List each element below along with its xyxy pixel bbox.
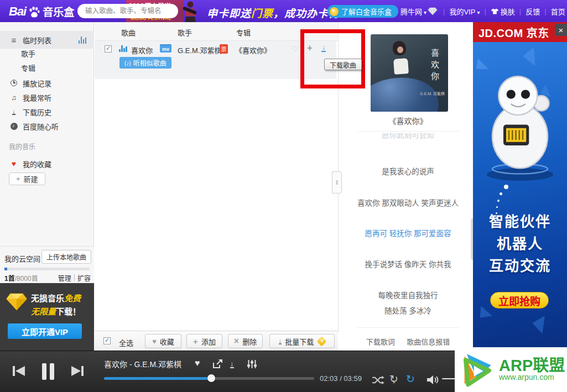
song-album[interactable]: 《喜欢你》 (235, 45, 271, 55)
sidebar-item-baidu-radio[interactable]: 百度随心听 (0, 118, 94, 134)
vip-diamond-icon[interactable] (428, 7, 438, 15)
lyrics-divider (357, 327, 459, 328)
song-row[interactable]: 喜欢你 mv G.E.M.邓紫棋 票 《喜欢你》 听相似歌曲 (95, 41, 336, 79)
now-playing-title[interactable]: 喜欢你 - G.E.M.邓紫棋 (104, 358, 181, 369)
add-button[interactable]: 添加 (186, 334, 222, 348)
lyric-line: 随处荡 多冰冷 (343, 305, 473, 316)
plus-icon (16, 175, 20, 183)
arp-watermark: ARP联盟 www.arpun.com (455, 347, 567, 392)
song-title[interactable]: 喜欢你 (131, 45, 153, 55)
column-header-album[interactable]: 专辑 (236, 27, 251, 38)
column-header-song[interactable]: 歌曲 (121, 27, 136, 38)
sidebar-item-favorites[interactable]: 我的收藏 (0, 156, 94, 171)
song-artist[interactable]: G.E.M.邓紫棋 (178, 45, 221, 55)
mv-badge[interactable]: mv (160, 44, 171, 53)
lyrics-footer: 下载歌词 歌曲信息报错 (343, 336, 473, 347)
player-download-icon[interactable] (230, 359, 234, 368)
download-icon (279, 338, 282, 344)
column-header-artist[interactable]: 歌手 (178, 27, 192, 38)
search-box[interactable] (77, 4, 178, 18)
progress-bar[interactable] (104, 377, 314, 380)
ad-close-button[interactable]: × (555, 24, 567, 36)
batch-download-button[interactable]: 批量下载 (269, 334, 335, 348)
upload-local-songs-button[interactable]: 上传本地歌曲 (41, 250, 91, 264)
heart-icon (152, 337, 157, 346)
cloud-expand-link[interactable]: 扩容 (77, 273, 91, 283)
arp-play-logo-icon (459, 352, 495, 388)
ad-slogan-line3: 互动交流 (473, 254, 567, 275)
vip-text-line1: 无损音乐免费 (31, 292, 81, 304)
platinum-musicbox-button[interactable]: 了解白金音乐盒 (327, 5, 398, 18)
lyric-line: 挽手说梦话 像昨天 你共我 (343, 258, 473, 269)
search-input[interactable] (84, 7, 175, 15)
panel-collapse-handle[interactable]: ‖ (332, 171, 342, 194)
song-row-checkbox[interactable] (105, 45, 112, 53)
card-promo-banner[interactable]: 申卡即送门票，成功办卡再 (207, 5, 340, 20)
nav-feedback[interactable]: 反馈 (526, 6, 540, 17)
platinum-heart-icon (330, 7, 339, 16)
pause-button[interactable] (39, 362, 58, 381)
album-art[interactable]: 喜欢你 G.E.M. 邓紫棋 (371, 34, 448, 112)
nav-change-skin[interactable]: 换肤 (501, 6, 515, 17)
report-song-info-link[interactable]: 歌曲信息报错 (407, 338, 450, 346)
previous-track-button[interactable] (12, 365, 25, 377)
repeat-all-icon[interactable]: ↻ (406, 374, 415, 384)
heart-icon (10, 160, 18, 168)
nav-tengniu[interactable]: 腾牛网 (400, 6, 426, 17)
vip-v-badge-icon (317, 336, 327, 346)
open-vip-button[interactable]: 立即开通VIP (8, 323, 82, 339)
share-icon[interactable] (212, 359, 223, 369)
nav-home[interactable]: 首页 (551, 6, 565, 17)
jd-brand: JD.COM 京东 (478, 24, 549, 40)
select-all-label[interactable]: 全选 (119, 337, 133, 348)
jd-ad-header: JD.COM 京东 (473, 22, 567, 42)
baidu-paw-icon (28, 6, 40, 18)
baidu-music-logo[interactable]: Bai 音乐盒 (9, 4, 74, 19)
logo-text-bai: Bai (9, 4, 26, 19)
favorite-button[interactable]: 收藏 (145, 334, 181, 348)
skin-shirt-icon[interactable] (491, 8, 499, 15)
nav-my-vip[interactable]: 我的VIP (449, 6, 480, 17)
dot-decoration (497, 200, 500, 202)
baidu-music-window: 2014恒大星光 MUSIC FESTIVAL Bai (0, 0, 567, 392)
buy-now-button[interactable]: 立即抢购 (490, 292, 549, 309)
gold-diamond-icon (5, 292, 28, 312)
ticket-badge[interactable]: 票 (220, 44, 228, 54)
volume-icon[interactable] (427, 375, 439, 384)
add-to-playlist-icon[interactable] (307, 43, 313, 54)
my-music-section-label: 我的音乐 (9, 142, 35, 151)
progress-thumb[interactable] (207, 374, 215, 382)
select-all-checkbox[interactable] (103, 337, 111, 344)
new-playlist-button[interactable]: 新建 (9, 173, 45, 185)
sidebar-item-play-history[interactable]: 播放记录 (0, 75, 94, 91)
vip-text-line2: 无限量下载！ (31, 305, 81, 317)
listen-similar-songs-button[interactable]: 听相似歌曲 (119, 57, 171, 69)
volume-slider[interactable] (442, 378, 455, 379)
song-table-header: 歌曲 歌手 专辑 (95, 22, 338, 41)
nav-separator (515, 7, 526, 15)
jd-advertisement[interactable]: JD.COM 京东 × (473, 22, 567, 348)
robot-illustration (478, 65, 561, 181)
repeat-one-icon[interactable]: ↻ (389, 374, 398, 384)
delete-button[interactable]: 删除 (228, 334, 263, 348)
sidebar-item-artists[interactable]: 歌手 (0, 45, 94, 61)
shuffle-icon[interactable] (372, 375, 384, 385)
player-favorite-icon[interactable] (195, 358, 200, 368)
progress-fill (104, 377, 211, 380)
sidebar-item-most-played[interactable]: 我最常听 (0, 90, 94, 105)
sidebar-item-download-history[interactable]: 下载历史 (0, 104, 94, 119)
jd-ad-body[interactable]: 智能伙伴 机器人 互动交流 立即抢购 (473, 42, 567, 348)
download-song-icon[interactable] (321, 45, 326, 52)
sidebar-item-albums[interactable]: 专辑 (0, 60, 94, 75)
favorite-heart-icon[interactable] (292, 44, 299, 53)
now-playing-equalizer-icon (119, 45, 127, 52)
audio-settings-sliders-icon[interactable] (247, 359, 257, 369)
cloud-space-title: 我的云空间 (4, 253, 40, 264)
next-track-button[interactable] (71, 365, 84, 377)
cloud-manage-link[interactable]: 管理 (58, 273, 71, 283)
cloud-usage-text: 1首/8000首 (4, 273, 38, 283)
radio-wave-note-icon (124, 59, 131, 67)
lyric-line-clipped: 愿你此刻可会知 (343, 133, 473, 139)
link-separator: | (74, 273, 75, 283)
download-lyrics-link[interactable]: 下载歌词 (366, 338, 395, 346)
